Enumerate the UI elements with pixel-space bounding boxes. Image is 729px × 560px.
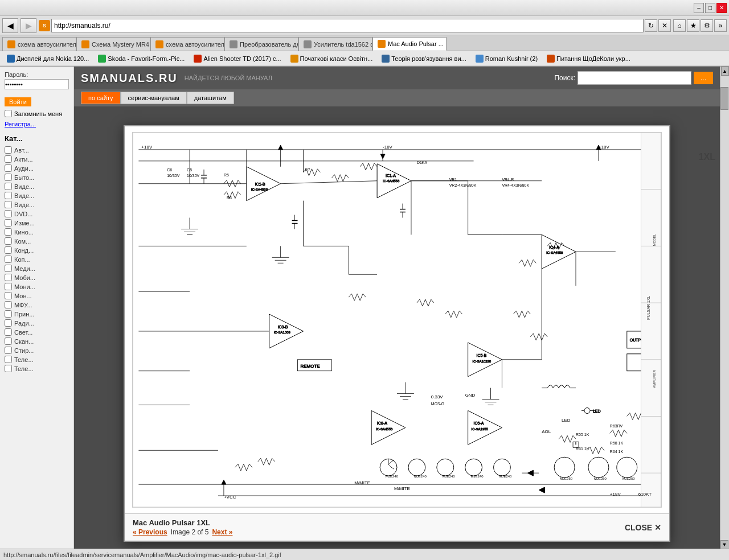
svg-point-45 (493, 459, 510, 476)
tab-4[interactable]: Преобразователь дл... (224, 37, 298, 51)
bookmark-icon-7 (547, 55, 555, 63)
scroll-down-arrow[interactable]: ▼ (720, 540, 728, 549)
bookmark-5[interactable]: Теорія розв'язування ви... (378, 53, 470, 64)
tab-close-6[interactable]: ✕ (446, 40, 447, 48)
stop-button[interactable]: ✕ (658, 19, 671, 32)
search-tab-service[interactable]: сервис-мануалам (121, 92, 187, 104)
cat-9[interactable]: Изме... (5, 219, 69, 227)
bookmark-1[interactable]: Дисплей для Nokia 120... (3, 53, 92, 64)
cat-13[interactable]: Коп... (5, 256, 69, 263)
svg-text:MCS-G: MCS-G (431, 402, 444, 406)
modal-close-button[interactable]: CLOSE ✕ (625, 523, 661, 532)
cat-3[interactable]: Ауди... (5, 164, 69, 172)
register-link[interactable]: Регистра... (5, 121, 69, 127)
cat-4[interactable]: Быто... (5, 174, 69, 181)
svg-text:MJE250: MJE250 (594, 477, 607, 480)
minimize-button[interactable]: – (694, 3, 704, 13)
right-scrollbar[interactable]: ▲ ▼ (720, 67, 729, 560)
cat-11[interactable]: Ком... (5, 237, 69, 245)
login-button[interactable]: Войти (5, 97, 31, 106)
cat-14[interactable]: Меди... (5, 265, 69, 272)
svg-text:10/35V: 10/35V (187, 174, 199, 178)
scroll-up-arrow[interactable]: ▲ (721, 67, 729, 76)
tab-favicon-3 (155, 40, 163, 48)
cat-24[interactable]: Теле... (5, 356, 69, 363)
nav-action-icons: ↻ ✕ (645, 19, 671, 32)
modal-product-title: Mac Audio Pulsar 1XL (133, 518, 232, 527)
svg-text:IC3-B: IC3-B (278, 325, 288, 329)
bookmark-2[interactable]: Skoda - Favorit-Form.-Pic... (95, 53, 188, 64)
svg-text:MJE240: MJE240 (386, 475, 399, 478)
cat-16[interactable]: Мони... (5, 283, 69, 290)
settings-button[interactable]: ⚙ (701, 19, 713, 32)
tab-5[interactable]: Усилитель tda1562 с... (298, 37, 372, 51)
cat-23[interactable]: Стир... (5, 347, 69, 354)
circuit-diagram-container: IC1-B IC-SA4558 IC1-A IC-SA4558 IC5-B IC… (125, 126, 669, 513)
cat-6[interactable]: Виде... (5, 192, 69, 199)
cat-7[interactable]: Виде... (5, 201, 69, 208)
next-link[interactable]: Next » (212, 528, 232, 536)
svg-point-46 (554, 457, 575, 477)
tab-6-active[interactable]: Mac Audio Pulsar ... ✕ (372, 37, 447, 51)
bookmark-6[interactable]: Roman Kushnir (2) (472, 53, 541, 64)
address-bar[interactable]: http://smanuals.ru/ (51, 19, 644, 32)
forward-button[interactable]: ▶ (21, 18, 36, 33)
more-button[interactable]: » (714, 19, 727, 32)
bookmark-label-2: Skoda - Favorit-Form.-Pic... (108, 55, 185, 62)
search-tab-site[interactable]: по сайту (81, 92, 121, 104)
scrollbar-thumb[interactable] (720, 87, 728, 110)
cat-25[interactable]: Теле... (5, 365, 69, 372)
close-button[interactable]: ✕ (716, 3, 727, 13)
url-input[interactable]: http://smanuals.ru/ (54, 22, 641, 30)
previous-link[interactable]: « Previous (133, 528, 167, 536)
tab-3[interactable]: схема автоусилитель... (150, 37, 224, 51)
modal-dialog: IC1-B IC-SA4558 IC1-A IC-SA4558 IC5-B IC… (124, 125, 670, 542)
bookmark-4[interactable]: Початкові класи Освітн... (287, 53, 376, 64)
cat-5[interactable]: Виде... (5, 183, 69, 190)
cat-15[interactable]: Моби... (5, 274, 69, 281)
svg-text:+18V: +18V (141, 145, 153, 150)
svg-text:IC8-A: IC8-A (377, 421, 387, 425)
site-tagline: НАЙДЕТСЯ ЛЮБОЙ МАНУАЛ (185, 75, 272, 81)
cat-21[interactable]: Свет... (5, 328, 69, 336)
svg-text:LED: LED (593, 410, 601, 414)
back-button[interactable]: ◀ (2, 18, 18, 33)
refresh-button[interactable]: ↻ (645, 19, 657, 32)
svg-text:-18V: -18V (383, 145, 393, 150)
search-input[interactable] (578, 71, 691, 85)
cat-1[interactable]: Авт... (5, 146, 69, 154)
maximize-button[interactable]: □ (705, 3, 715, 13)
home-button[interactable]: ⌂ (673, 19, 686, 32)
page-content: Пароль: Войти Запомнить меня Регистра...… (0, 67, 729, 560)
svg-point-44 (465, 459, 482, 476)
cat-10[interactable]: Кино... (5, 228, 69, 236)
cat-19[interactable]: Прин... (5, 310, 69, 318)
navigation-bar: ◀ ▶ S http://smanuals.ru/ ↻ ✕ ⌂ ★ ⚙ » (0, 16, 729, 35)
svg-text:VR4-4X3N/80K: VR4-4X3N/80K (502, 183, 529, 187)
bookmark-label-7: Питання ЩоДеКоли укр... (556, 55, 630, 62)
bookmark-7[interactable]: Питання ЩоДеКоли укр... (543, 53, 634, 64)
favorites-button[interactable]: ★ (687, 19, 699, 32)
password-input[interactable] (5, 79, 69, 89)
svg-text:MJE240: MJE240 (471, 475, 484, 478)
cat-2[interactable]: Акти... (5, 155, 69, 163)
svg-text:R58 1K: R58 1K (610, 441, 624, 445)
search-button[interactable]: ... (694, 72, 713, 84)
search-tab-datasheet[interactable]: даташитам (187, 92, 234, 104)
svg-text:MODEL: MODEL (653, 233, 656, 246)
cat-8[interactable]: DVD... (5, 210, 69, 217)
bookmark-3[interactable]: Alien Shooter TD (2017) с... (190, 53, 284, 64)
cat-12[interactable]: Конд... (5, 246, 69, 254)
cat-22[interactable]: Скан... (5, 337, 69, 345)
cat-20[interactable]: Ради... (5, 319, 69, 327)
svg-text:MJE240: MJE240 (443, 475, 456, 478)
tab-2[interactable]: Схема Mystery MR4.75 (76, 37, 150, 51)
cat-18[interactable]: МФУ... (5, 301, 69, 308)
svg-text:IC1-A: IC1-A (386, 174, 396, 178)
remember-me-checkbox[interactable] (5, 110, 12, 117)
svg-text:MJE240: MJE240 (414, 475, 427, 478)
cat-17[interactable]: Мон... (5, 292, 69, 299)
bookmark-label-1: Дисплей для Nokia 120... (17, 55, 89, 62)
svg-text:R5: R5 (224, 173, 229, 177)
tab-1[interactable]: схема автоусилитель... (2, 37, 76, 51)
